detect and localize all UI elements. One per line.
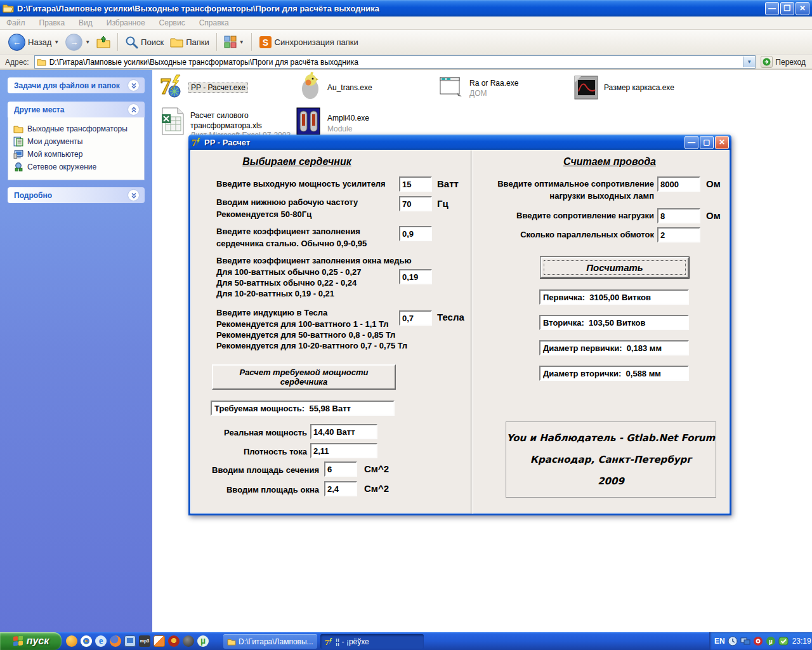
quicklaunch-mp3-icon[interactable]: mp3 [139, 635, 150, 647]
calculate-button[interactable]: Посчитать [540, 257, 689, 278]
restore-button[interactable]: ❐ [780, 2, 794, 15]
menu-tools[interactable]: Сервис [159, 18, 185, 27]
folders-button[interactable]: Папки [167, 35, 213, 49]
menu-edit[interactable]: Правка [39, 18, 65, 27]
dialog-maximize-button[interactable]: ▢ [700, 136, 714, 149]
chevron-up-icon[interactable] [128, 103, 140, 116]
quicklaunch-icon-7[interactable] [154, 635, 165, 647]
tray-download-icon[interactable] [753, 636, 763, 646]
calc-core-power-button[interactable]: Расчет требуемой мощности сердечника [212, 364, 396, 390]
dialog-minimize-button[interactable]: — [684, 136, 698, 149]
forward-dropdown-icon[interactable]: ▼ [85, 39, 90, 45]
taskbar: пуск e mp3 µ D:\Гитара\Ламповы... 7 ¦¦ -… [0, 632, 812, 650]
waveform-app-icon [573, 75, 599, 100]
file-excel-doc[interactable] [160, 107, 185, 138]
file-label[interactable]: PP - Расчет.exe [188, 83, 248, 93]
panel-file-tasks-header[interactable]: Задачи для файлов и папок [8, 77, 145, 93]
menu-view[interactable]: Вид [79, 18, 93, 27]
taskbar-button-pp-raschet[interactable]: 7 ¦¦ - ¡рёўхе [320, 634, 424, 649]
tray-clock-sync-icon[interactable] [728, 636, 738, 646]
taskbar-button-explorer[interactable]: D:\Гитара\Ламповы... [223, 634, 317, 649]
panel-other-places-header[interactable]: Другие места [8, 102, 145, 117]
quicklaunch-utorrent-icon[interactable]: µ [197, 635, 209, 647]
start-button[interactable]: пуск [0, 632, 62, 650]
frequency-input[interactable] [399, 196, 432, 211]
panel-file-tasks: Задачи для файлов и папок [8, 77, 145, 93]
window-area-input[interactable] [324, 481, 357, 496]
quicklaunch-firefox-icon[interactable] [110, 635, 121, 647]
file-pp-raschet[interactable]: 7 [157, 72, 184, 102]
power-input[interactable] [399, 176, 432, 192]
quicklaunch-display-icon[interactable] [124, 635, 136, 647]
parallel-windings-input[interactable] [657, 227, 700, 242]
window-title: D:\Гитара\Ламповые усилки\Выходные транс… [17, 4, 764, 13]
dialog-close-button[interactable]: ✕ [715, 136, 729, 149]
menubar: Файл Правка Вид Избранное Сервис Справка [0, 17, 812, 30]
forward-button[interactable]: → ▼ [62, 32, 93, 52]
section-area-input[interactable] [324, 461, 357, 477]
network-icon [13, 162, 23, 172]
load-resistance-input[interactable] [657, 208, 700, 223]
language-indicator[interactable]: EN [714, 637, 725, 646]
address-input[interactable]: D:\Гитара\Ламповые усилки\Выходные транс… [34, 55, 756, 69]
forward-icon: → [65, 34, 82, 51]
go-button[interactable]: Переход [761, 56, 806, 68]
sync-folder-button[interactable]: S Синхронизация папки [256, 34, 362, 50]
views-button[interactable]: ▼ [221, 34, 247, 50]
chevron-down-icon[interactable] [128, 189, 140, 201]
views-dropdown-icon[interactable]: ▼ [239, 39, 244, 45]
desktop: D:\Гитара\Ламповые усилки\Выходные транс… [0, 0, 812, 650]
file-razmer-karkasa[interactable] [573, 75, 599, 103]
tray-utorrent-icon[interactable]: µ [766, 636, 776, 646]
quicklaunch-ie-icon[interactable]: e [95, 635, 107, 647]
clock[interactable]: 23:19 [792, 637, 811, 646]
back-button[interactable]: ← Назад ▼ [5, 32, 62, 52]
quicklaunch-icon-9[interactable] [183, 635, 194, 647]
unit-label: См^2 [364, 483, 389, 494]
tray-network-icon[interactable] [740, 636, 750, 646]
quicklaunch-icon-1[interactable] [66, 635, 77, 647]
menu-help[interactable]: Справка [199, 18, 229, 27]
steel-fill-input[interactable] [399, 226, 432, 241]
minimize-button[interactable]: — [765, 2, 779, 15]
sidebar-item-my-computer[interactable]: Мой компьютер [13, 148, 141, 161]
menu-favorites[interactable]: Избранное [107, 18, 145, 27]
panel-details-header[interactable]: Подробно [8, 187, 145, 203]
file-ampli40[interactable] [296, 107, 321, 138]
secondary-diameter-output: Диаметр вторички: 0,588 мм [539, 366, 689, 381]
file-label[interactable]: Ra or Raa.exe [469, 79, 518, 88]
field-label: Рекомендуется для 100-ваттного 1 - 1,1 Т… [216, 319, 388, 329]
sidebar-item-output-transformers[interactable]: Выходные трансформаторы [13, 123, 141, 135]
close-button[interactable]: ✕ [796, 2, 809, 15]
real-power-input[interactable] [310, 424, 377, 439]
sidebar-item-my-documents[interactable]: Мои документы [13, 135, 141, 148]
chevron-down-icon[interactable] [128, 79, 140, 91]
quicklaunch-icon-8[interactable] [168, 635, 180, 647]
back-dropdown-icon[interactable]: ▼ [54, 39, 59, 45]
folder-icon [227, 638, 236, 646]
file-ra-or-raa[interactable] [438, 76, 463, 100]
address-folder-icon [37, 58, 46, 66]
quicklaunch-chrome-icon[interactable] [81, 635, 92, 647]
copper-fill-input[interactable] [399, 269, 432, 284]
field-label: Введите индукцию в Тесла [216, 308, 327, 317]
svg-text:7: 7 [325, 637, 329, 646]
search-button[interactable]: Поиск [122, 34, 167, 50]
file-label[interactable]: Расчет силового трансформатора.xls [190, 110, 289, 131]
current-density-input[interactable] [310, 443, 377, 458]
section-header-wires: Считаем провода [546, 156, 673, 168]
menu-file[interactable]: Файл [6, 18, 25, 27]
up-button[interactable] [93, 34, 114, 50]
optimal-resistance-input[interactable] [657, 176, 700, 192]
tray-antivirus-icon[interactable] [778, 636, 789, 646]
column-divider [471, 150, 473, 514]
file-label[interactable]: Ampli40.exe [327, 114, 369, 123]
seven-app-icon: 7 [157, 72, 184, 99]
induction-input[interactable] [399, 310, 432, 326]
address-dropdown-button[interactable]: ▼ [743, 56, 755, 67]
file-label[interactable]: Размер каркаса.exe [604, 83, 674, 92]
sidebar-item-network[interactable]: Сетевое окружение [13, 161, 141, 173]
file-au-trans[interactable] [297, 71, 325, 103]
file-label[interactable]: Au_trans.exe [327, 83, 372, 92]
secondary-turns-output: Вторичка: 103,50 Витков [539, 315, 689, 330]
